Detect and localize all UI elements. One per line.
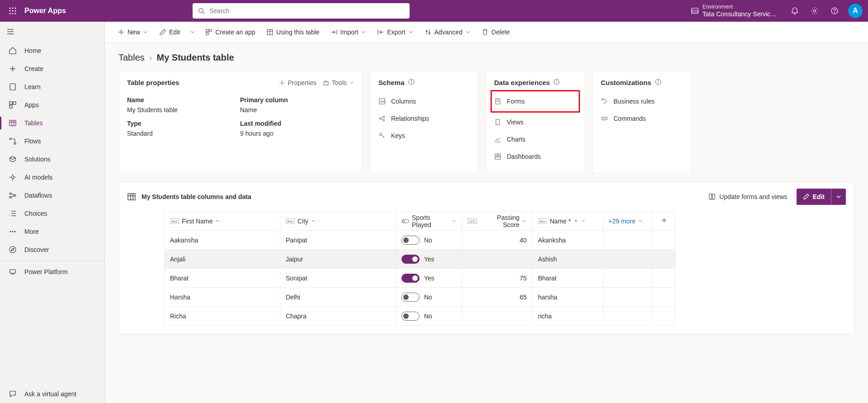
data-exp-dashboards-link[interactable]: Dashboards: [494, 148, 576, 165]
sidebar-item-power-platform[interactable]: Power Platform: [0, 263, 104, 281]
sidebar-ask-agent[interactable]: Ask a virtual agent: [0, 385, 104, 403]
settings-icon[interactable]: [805, 0, 825, 22]
cell-name[interactable]: richa: [533, 307, 603, 326]
properties-link[interactable]: Properties: [279, 79, 317, 86]
cell-score[interactable]: 40: [462, 231, 533, 250]
toggle-switch[interactable]: [401, 274, 420, 283]
advanced-button[interactable]: Advanced: [421, 24, 474, 40]
info-icon[interactable]: [553, 79, 560, 86]
toggle-switch[interactable]: [401, 293, 420, 302]
delete-button[interactable]: Delete: [478, 24, 513, 40]
chevron-down-icon: [408, 29, 414, 35]
cell-name[interactable]: Ashish: [533, 250, 603, 269]
column-header-score[interactable]: 123Passing Score: [462, 212, 533, 231]
cell-city[interactable]: Delhi: [280, 288, 396, 307]
notifications-icon[interactable]: [785, 0, 805, 22]
sidebar-item-apps[interactable]: Apps: [0, 96, 104, 114]
column-header-sports[interactable]: Sports Played: [396, 212, 462, 231]
table-row[interactable]: RichaChapraNoricha: [165, 307, 675, 326]
cell-name[interactable]: Bharat: [533, 269, 603, 288]
customizations-commands-link[interactable]: Commands: [601, 110, 683, 127]
export-button[interactable]: Export: [373, 24, 417, 40]
sidebar-item-flows[interactable]: Flows: [0, 132, 104, 150]
column-header-city[interactable]: AbcCity: [280, 212, 396, 231]
sidebar-item-home[interactable]: Home: [0, 42, 104, 60]
link-label: Columns: [391, 98, 416, 105]
toggle-switch[interactable]: [401, 255, 420, 264]
cell-score[interactable]: [462, 307, 533, 326]
cell-city[interactable]: Chapra: [280, 307, 396, 326]
cell-first-name[interactable]: Anjali: [165, 250, 280, 269]
sidebar-toggle[interactable]: [0, 22, 104, 42]
avatar[interactable]: A: [848, 4, 863, 18]
update-forms-views-link[interactable]: Update forms and views: [708, 193, 787, 200]
column-header-name[interactable]: AbcName *: [533, 212, 603, 231]
cell-first-name[interactable]: Bharat: [165, 269, 280, 288]
column-header-first-name[interactable]: AbcFirst Name: [165, 212, 280, 231]
cell-sports[interactable]: Yes: [396, 250, 462, 269]
sidebar-item-label: Learn: [24, 83, 41, 90]
cell-score[interactable]: 65: [462, 288, 533, 307]
cell-city[interactable]: Jaipur: [280, 250, 396, 269]
cell-add: [653, 288, 675, 307]
cell-sports[interactable]: No: [396, 231, 462, 250]
info-icon[interactable]: [655, 79, 661, 86]
help-icon[interactable]: [825, 0, 844, 22]
cell-sports[interactable]: No: [396, 307, 462, 326]
table-row[interactable]: AakanshaPanipatNo40Akanksha: [165, 231, 675, 250]
cell-sports[interactable]: No: [396, 288, 462, 307]
schema-keys-link[interactable]: Keys: [378, 127, 470, 144]
sidebar-item-solutions[interactable]: Solutions: [0, 150, 104, 168]
tools-link[interactable]: Tools: [323, 79, 354, 86]
cell-city[interactable]: Panipat: [280, 231, 396, 250]
cell-city[interactable]: Sonipat: [280, 269, 396, 288]
sidebar-item-dataflows[interactable]: Dataflows: [0, 186, 104, 204]
sidebar-item-more[interactable]: More: [0, 223, 104, 241]
info-icon[interactable]: [408, 79, 415, 86]
svg-rect-89: [128, 194, 135, 200]
edit-button[interactable]: Edit: [797, 189, 846, 205]
edit-dropdown[interactable]: [187, 24, 198, 40]
edit-command[interactable]: Edit: [156, 24, 184, 40]
environment-selector[interactable]: Environment Tata Consultancy Servic…: [691, 4, 777, 18]
using-table-button[interactable]: Using this table: [263, 24, 323, 40]
create-app-button[interactable]: Create an app: [202, 24, 259, 40]
search-input[interactable]: [209, 7, 404, 14]
table-icon: [127, 192, 136, 201]
sidebar-item-tables[interactable]: Tables: [0, 114, 104, 132]
search-box[interactable]: [193, 3, 410, 19]
sidebar-item-choices[interactable]: Choices: [0, 204, 104, 223]
edit-dropdown[interactable]: [831, 189, 846, 205]
home-icon: [8, 46, 17, 55]
more-columns-button[interactable]: +29 more: [603, 212, 653, 231]
toggle-switch[interactable]: [401, 236, 420, 245]
svg-text:Abc: Abc: [380, 100, 386, 103]
schema-columns-link[interactable]: AbcColumns: [378, 93, 470, 110]
schema-relationships-link[interactable]: Relationships: [378, 110, 470, 127]
sidebar-item-create[interactable]: Create: [0, 60, 104, 78]
new-button[interactable]: New: [114, 24, 152, 40]
data-exp-forms-link[interactable]: Forms: [494, 93, 576, 110]
cell-first-name[interactable]: Richa: [165, 307, 280, 326]
data-exp-views-link[interactable]: Views: [494, 114, 576, 131]
app-launcher-icon[interactable]: [5, 0, 20, 22]
sidebar-item-learn[interactable]: Learn: [0, 78, 104, 96]
breadcrumb-root[interactable]: Tables: [118, 52, 145, 63]
import-button[interactable]: Import: [327, 24, 370, 40]
table-row[interactable]: BharatSonipatYes75Bharat: [165, 269, 675, 288]
sidebar-item-ai-models[interactable]: AI models: [0, 168, 104, 186]
customizations-rules-link[interactable]: Business rules: [601, 93, 683, 110]
cell-first-name[interactable]: Harsha: [165, 288, 280, 307]
sidebar-item-discover[interactable]: Discover: [0, 241, 104, 259]
add-column-button[interactable]: [653, 212, 675, 231]
cell-score[interactable]: [462, 250, 533, 269]
table-row[interactable]: HarshaDelhiNo65harsha: [165, 288, 675, 307]
cell-first-name[interactable]: Aakansha: [165, 231, 280, 250]
data-exp-charts-link[interactable]: Charts: [494, 131, 576, 148]
toggle-switch[interactable]: [401, 312, 420, 321]
cell-sports[interactable]: Yes: [396, 269, 462, 288]
table-row[interactable]: AnjaliJaipurYesAshish: [165, 250, 675, 269]
cell-name[interactable]: harsha: [533, 288, 603, 307]
cell-name[interactable]: Akanksha: [533, 231, 603, 250]
cell-score[interactable]: 75: [462, 269, 533, 288]
